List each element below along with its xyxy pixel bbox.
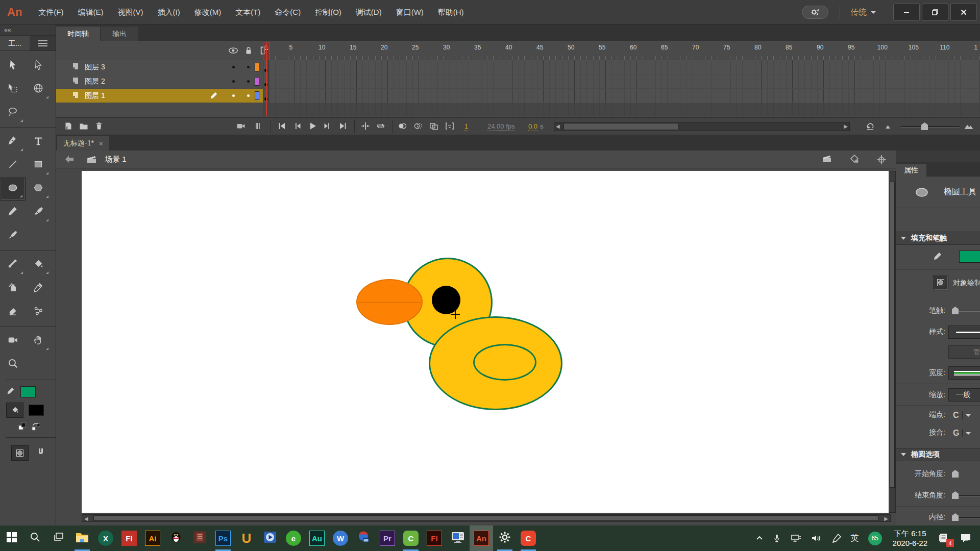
horizontal-scrollbar[interactable]: ◀ ▶ [82,514,891,522]
taskbar-winweb-w[interactable]: W [329,525,352,551]
toggle-lock-icon[interactable] [243,45,254,58]
microphone-icon[interactable] [768,525,786,551]
reset-timeline-zoom-button[interactable] [865,121,875,133]
layer-outline-color[interactable] [255,91,259,100]
menu-8[interactable]: 控制(O) [308,0,349,24]
brush-tool[interactable] [0,224,26,247]
lock-dot[interactable] [247,80,250,83]
zoom-out-mountain-button[interactable] [884,121,894,133]
lasso-tool[interactable] [0,101,26,124]
oval-options-section-header[interactable]: 椭圆选项 [896,448,980,461]
slider-thumb[interactable] [952,307,959,314]
stroke-color-swatch[interactable] [20,386,36,397]
scroll-left-icon[interactable]: ◀ [556,123,560,129]
hand-tool[interactable] [26,329,51,353]
object-drawing-toggle[interactable] [11,445,29,461]
selection-tool[interactable] [0,54,26,78]
timeline-ruler[interactable]: 1510152025303540455055606570758085909510… [263,41,980,60]
slider-thumb[interactable] [952,491,959,499]
modify-markers-button[interactable] [445,121,455,133]
taskbar-browser-e[interactable]: e [282,525,305,551]
go-first-frame-button[interactable] [277,121,287,133]
workspace-dropdown[interactable]: 传统 [850,7,876,18]
menu-11[interactable]: 帮助(H) [431,0,471,24]
scroll-right-icon[interactable]: ▶ [844,123,848,129]
close-document-icon[interactable]: × [99,140,103,147]
visibility-dot[interactable] [232,66,235,68]
tools-panel-menu[interactable] [30,36,56,51]
menu-6[interactable]: 文本(T) [228,0,267,24]
lock-dot[interactable] [247,94,250,97]
pen-tool[interactable] [0,130,26,154]
frames-row-1[interactable] [263,60,980,74]
timeline-zoom-thumb[interactable] [921,122,928,130]
new-layer-button[interactable] [63,121,74,133]
taskbar-flash-fl[interactable]: Fl [117,525,141,551]
taskbar-animate[interactable]: An [470,525,493,551]
timeline-scrollbar[interactable]: ◀▶ [554,122,850,131]
delete-layer-button[interactable] [94,121,104,133]
vertical-scrollbar-thumb[interactable] [890,182,895,488]
fill-color-swatch[interactable] [29,405,44,416]
timeline-zoom-slider[interactable] [901,126,960,128]
taskbar-file-explorer[interactable] [70,525,94,551]
slider-thumb[interactable] [952,470,959,478]
taskbar-search-button[interactable] [23,525,47,551]
stroke-size-slider[interactable] [953,311,980,312]
fill-stroke-section-header[interactable]: 填充和笔触 [896,232,980,245]
default-colors-icon[interactable] [17,421,28,434]
taskbar-task-view-button[interactable] [47,525,70,551]
layer-row-图层3[interactable]: 图层 3 [56,60,263,74]
rectangle-tool[interactable] [26,154,51,177]
menu-2[interactable]: 编辑(E) [70,0,110,24]
show-layers-depth-button[interactable] [252,121,262,133]
zoom-in-mountain-button[interactable] [964,121,974,133]
object-drawing-toggle[interactable] [933,275,948,290]
edit-scene-icon[interactable] [822,154,837,168]
layer-name[interactable]: 图层 1 [85,91,105,101]
layer-outline-color[interactable] [255,77,259,86]
polystar-tool[interactable] [26,177,51,201]
slider-thumb[interactable] [952,513,959,521]
join-select[interactable]: G [953,429,971,438]
menu-3[interactable]: 视图(V) [110,0,150,24]
taskbar-start-button[interactable] [0,525,23,551]
new-folder-button[interactable] [79,121,89,133]
layer-row-图层2[interactable]: 图层 2 [56,74,263,88]
duck-beak-ellipse[interactable] [356,279,423,325]
taskbar-audition[interactable]: Au [305,525,329,551]
playhead-line[interactable] [266,42,267,116]
taskbar-reader-app[interactable] [188,525,211,551]
battery-percent-indicator[interactable]: 65 [864,525,887,551]
oval-tool[interactable] [0,177,26,201]
action-center-icon[interactable] [955,525,980,551]
taskbar-illustrator[interactable]: Ai [141,525,164,551]
timeline-scrollbar-thumb[interactable] [564,123,678,130]
manage-brush-button[interactable]: 管理画笔 [948,345,980,359]
layer-name[interactable]: 图层 3 [85,63,105,72]
duck-wing-ellipse[interactable] [473,344,536,381]
subselection-tool[interactable] [26,54,51,78]
vertical-scrollbar[interactable] [889,171,896,513]
speaker-icon[interactable] [806,525,827,551]
stroke-style-select[interactable] [948,325,980,339]
restore-button[interactable] [922,4,948,21]
frame-rate-indicator[interactable]: 24.00 fps [487,122,515,131]
scroll-left-icon[interactable]: ◀ [84,516,88,521]
3d-rotation-tool[interactable] [26,78,51,101]
paint-brush-tool[interactable] [26,201,51,224]
bone-tool[interactable] [0,253,26,277]
back-arrow-icon[interactable] [63,154,76,167]
tab-output[interactable]: 输出 [101,27,138,41]
camera-button[interactable] [236,121,246,133]
tab-timeline[interactable]: 时间轴 [56,27,100,41]
stroke-color-swatch[interactable] [959,251,980,263]
line-tool[interactable] [0,154,26,177]
tools-tab[interactable]: 工... [0,36,30,51]
taskbar-downloader-u[interactable]: U [235,525,258,551]
taskbar-green-x-app[interactable]: X [94,525,117,551]
step-forward-button[interactable] [323,121,333,133]
menu-4[interactable]: 插入(I) [150,0,187,24]
collapse-panel-button[interactable]: «« [0,24,56,36]
play-button[interactable] [307,121,317,133]
